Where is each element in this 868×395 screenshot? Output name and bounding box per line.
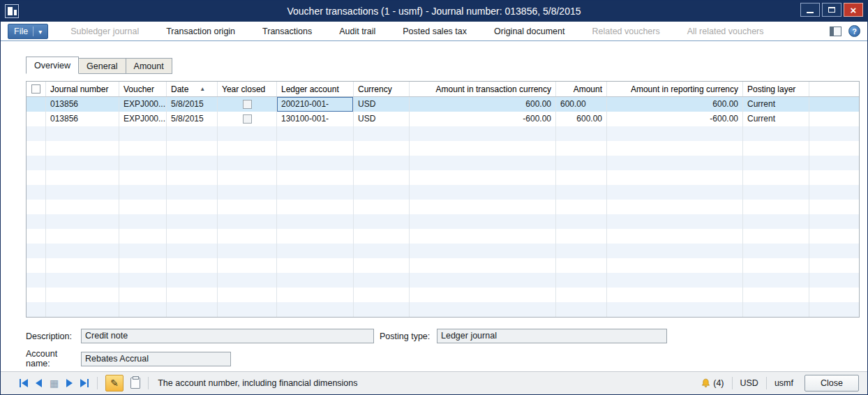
window-controls	[800, 3, 863, 17]
empty-grid-row[interactable]	[27, 170, 859, 185]
empty-cell	[277, 273, 354, 288]
voucher-cell[interactable]: EXPJ000...	[119, 97, 167, 112]
description-field[interactable]: Credit note	[81, 329, 374, 343]
menu-item-posted-sales-tax[interactable]: Posted sales tax	[403, 27, 467, 36]
column-header-ledger-account[interactable]: Ledger account	[277, 82, 354, 96]
row-selector-cell[interactable]	[27, 97, 46, 112]
empty-cell	[277, 229, 354, 244]
empty-grid-row[interactable]	[27, 126, 859, 141]
maximize-button[interactable]	[822, 3, 841, 17]
menu-item-original-document[interactable]: Original document	[494, 27, 564, 36]
help-icon[interactable]	[848, 25, 860, 37]
empty-grid-row[interactable]	[27, 214, 859, 229]
title-bar[interactable]: Voucher transactions (1 - usmf) - Journa…	[1, 1, 867, 22]
posting-layer-cell[interactable]: Current	[743, 97, 809, 112]
close-button[interactable]: Close	[805, 375, 859, 392]
column-header-currency[interactable]: Currency	[354, 82, 410, 96]
notifications-button[interactable]: (4)	[701, 378, 724, 389]
account-name-field[interactable]: Rebates Accrual	[81, 352, 231, 366]
empty-cell	[809, 156, 859, 170]
grid-row-1[interactable]: 013856 EXPJ000... 5/8/2015 200210-001- U…	[27, 97, 859, 112]
tab-overview[interactable]: Overview	[26, 57, 79, 74]
first-record-button[interactable]	[19, 379, 28, 387]
empty-grid-row[interactable]	[27, 288, 859, 302]
window-title: Voucher transactions (1 - usmf) - Journa…	[84, 6, 784, 17]
year-closed-checkbox[interactable]	[243, 114, 252, 124]
tab-general[interactable]: General	[79, 58, 126, 74]
journal-number-cell[interactable]: 013856	[46, 112, 119, 126]
ledger-account-cell[interactable]: 130100-001-	[277, 112, 354, 126]
empty-cell	[27, 156, 46, 170]
attach-document-icon[interactable]	[130, 378, 140, 389]
currency-cell[interactable]: USD	[354, 112, 410, 126]
amount-cell[interactable]: 600.00	[556, 112, 607, 126]
empty-cell	[218, 273, 277, 288]
empty-cell	[167, 214, 218, 229]
next-record-button[interactable]	[66, 379, 73, 387]
statusbar-separator	[766, 377, 767, 389]
empty-grid-row[interactable]	[27, 258, 859, 273]
date-cell[interactable]: 5/8/2015	[167, 97, 218, 112]
minimize-button[interactable]	[800, 3, 820, 17]
empty-grid-row[interactable]	[27, 185, 859, 200]
empty-cell	[809, 302, 859, 317]
close-window-button[interactable]	[844, 3, 863, 17]
column-header-posting-layer[interactable]: Posting layer	[743, 82, 809, 96]
column-header-amount-reporting[interactable]: Amount in reporting currency	[607, 82, 743, 96]
row-selector-cell[interactable]	[27, 112, 46, 126]
select-all-cell[interactable]	[27, 82, 46, 96]
previous-record-button[interactable]	[36, 379, 42, 387]
empty-cell	[607, 258, 743, 273]
empty-cell	[167, 170, 218, 185]
grid-row-2[interactable]: 013856 EXPJ000... 5/8/2015 130100-001- U…	[27, 112, 859, 126]
empty-grid-row[interactable]	[27, 229, 859, 244]
empty-cell	[354, 229, 410, 244]
year-closed-cell[interactable]	[218, 112, 277, 126]
posting-layer-cell[interactable]: Current	[743, 112, 809, 126]
amount-cell[interactable]: 600.00	[556, 97, 607, 112]
column-header-amount-transaction[interactable]: Amount in transaction currency	[410, 82, 556, 96]
amount-transaction-cell[interactable]: 600.00	[410, 97, 556, 112]
posting-type-field[interactable]: Ledger journal	[437, 329, 667, 343]
voucher-cell[interactable]: EXPJ000...	[119, 112, 167, 126]
file-menu-button[interactable]: File	[8, 24, 48, 39]
empty-cell	[119, 126, 167, 141]
edit-record-button[interactable]	[105, 375, 124, 392]
column-header-year-closed[interactable]: Year closed	[218, 82, 277, 96]
column-header-voucher[interactable]: Voucher	[119, 82, 167, 96]
empty-grid-row[interactable]	[27, 156, 859, 170]
empty-grid-row[interactable]	[27, 244, 859, 258]
empty-cell	[410, 229, 556, 244]
journal-number-cell[interactable]: 013856	[46, 97, 119, 112]
year-closed-cell[interactable]	[218, 97, 277, 112]
column-header-date[interactable]: Date ▲	[167, 82, 218, 96]
tab-amount[interactable]: Amount	[126, 58, 172, 74]
ledger-account-cell[interactable]: 200210-001-	[277, 97, 354, 112]
select-all-checkbox[interactable]	[31, 84, 40, 94]
menu-items: Subledger journal Transaction origin Tra…	[70, 27, 763, 36]
chevron-down-icon	[38, 27, 42, 36]
empty-grid-row[interactable]	[27, 200, 859, 214]
empty-cell	[27, 170, 46, 185]
window-layout-icon[interactable]	[830, 27, 841, 36]
menu-item-transactions[interactable]: Transactions	[262, 27, 312, 36]
menu-item-transaction-origin[interactable]: Transaction origin	[166, 27, 235, 36]
empty-cell	[46, 185, 119, 200]
empty-cell	[410, 244, 556, 258]
menu-item-audit-trail[interactable]: Audit trail	[339, 27, 375, 36]
date-cell[interactable]: 5/8/2015	[167, 112, 218, 126]
empty-grid-row[interactable]	[27, 273, 859, 288]
grid-view-icon[interactable]	[50, 378, 59, 388]
empty-cell	[556, 258, 607, 273]
column-header-amount[interactable]: Amount	[556, 82, 607, 96]
last-record-button[interactable]	[80, 379, 89, 387]
currency-cell[interactable]: USD	[354, 97, 410, 112]
column-header-journal-number[interactable]: Journal number	[46, 82, 119, 96]
empty-cell	[119, 141, 167, 156]
amount-transaction-cell[interactable]: -600.00	[410, 112, 556, 126]
amount-reporting-cell[interactable]: 600.00	[607, 97, 743, 112]
amount-reporting-cell[interactable]: -600.00	[607, 112, 743, 126]
empty-grid-row[interactable]	[27, 141, 859, 156]
year-closed-checkbox[interactable]	[243, 100, 252, 109]
empty-grid-row[interactable]	[27, 302, 859, 317]
